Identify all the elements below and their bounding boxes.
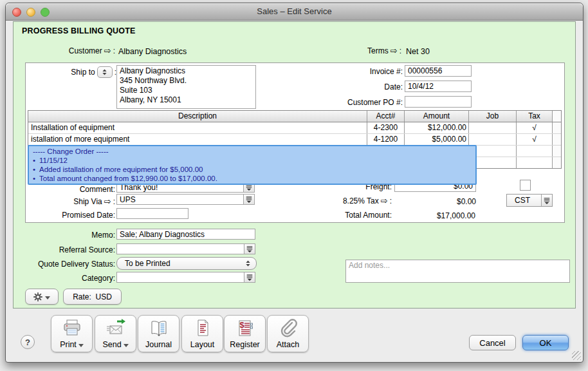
cell-amount[interactable]: $5,000.00 [404,134,468,145]
referral-source-dropdown-button[interactable] [244,244,255,254]
attach-button[interactable]: Attach [267,315,309,352]
up-down-arrows-icon [245,260,251,267]
customer-label: Customer ⇨: [19,46,115,56]
gear-icon [33,292,42,301]
quote-delivery-status-label: Quote Delivery Status: [19,259,115,269]
window-resize-grip[interactable] [572,351,581,360]
register-button[interactable]: $ Register [224,315,266,352]
tax-inclusive-checkbox[interactable] [520,180,531,191]
combo-list-icon [246,273,253,281]
title-bar: Sales – Edit Service [6,3,583,21]
column-header-description: Description [28,111,367,122]
change-order-item: • Total amount changed from $12,990.00 t… [33,174,472,183]
menu-arrow-icon [124,344,129,347]
comment-label: Comment: [19,184,115,195]
table-header-row: Description Acct# Amount Job Tax [28,111,561,122]
ship-to-label: Ship to : [19,67,116,77]
tax-value: $0.00 [394,197,476,206]
category-field[interactable] [116,272,255,283]
terms-value[interactable]: Net 30 [406,47,430,56]
bullet: • [33,165,35,174]
up-down-arrows-icon [102,68,107,76]
cell-description[interactable]: istallation of more equipment [28,134,367,145]
customer-po-field[interactable] [405,96,472,108]
memo-field[interactable]: Sale; Albany Diagnostics [116,229,255,240]
date-field[interactable]: 10/4/12 [405,81,472,92]
total-amount-label: Total Amount: [302,210,392,220]
paperclip-icon [278,318,299,339]
customer-po-label: Customer PO #: [326,97,403,108]
referral-source-field[interactable] [116,243,255,254]
table-row: Installation of equipment 4-2300 $12,000… [28,122,561,134]
customer-value[interactable]: Albany Diagnostics [118,47,187,56]
send-email-icon [106,318,126,339]
ship-via-label: Ship Via ⇨: [19,196,115,207]
combo-list-icon [246,245,253,253]
change-order-item: • Added istallation of more equipment fo… [33,165,472,174]
table-scrollbar-track[interactable] [552,122,561,133]
printer-icon [62,318,82,339]
column-header-tax: Tax [516,111,552,122]
cell-tax-check[interactable]: √ [516,122,552,133]
change-order-title: ----- Change Order ----- [33,147,472,156]
cancel-button[interactable]: Cancel [469,335,516,350]
promised-date-label: Promised Date: [19,210,115,220]
cell-amount[interactable]: $12,000.00 [404,122,468,133]
table-scrollbar-track[interactable] [552,134,561,145]
cell-job[interactable] [468,134,516,145]
date-label: Date: [326,82,403,92]
combo-list-icon [245,195,253,204]
ship-to-address-field[interactable]: Albany Diagnostics 345 Northway Blvd. Su… [116,65,256,109]
terms-label: Terms ⇨: [340,46,401,56]
column-header-acct: Acct# [367,111,404,122]
terms-drilldown-arrow-icon[interactable]: ⇨ [390,47,398,55]
ship-via-drilldown-arrow-icon[interactable]: ⇨ [104,198,111,205]
cell-acct[interactable]: 4-2300 [367,122,404,133]
journal-button[interactable]: Journal [138,315,179,352]
total-amount-value: $17,000.00 [385,211,475,220]
ok-button[interactable]: OK [522,335,569,350]
tax-code-popup[interactable]: CST [506,194,553,207]
gear-menu-button[interactable] [25,289,59,305]
tax-code-dropdown-button[interactable] [541,195,552,206]
ship-to-address-stepper[interactable] [97,66,113,78]
send-button[interactable]: Send [95,315,136,352]
category-label: Category: [19,273,115,283]
sales-edit-service-window: Sales – Edit Service PROGRESS BILLING QU… [5,3,583,363]
form-type-title: PROGRESS BILLING QUOTE [22,26,136,35]
change-order-note-overlay: ----- Change Order ----- • 11/15/12 • Ad… [28,145,477,185]
tax-label: 8.25% Tax ⇨: [302,196,392,206]
cell-description[interactable]: Installation of equipment [28,122,367,133]
tax-drilldown-arrow-icon[interactable]: ⇨ [381,197,388,205]
journal-book-icon [149,318,169,339]
combo-list-icon [543,196,551,205]
promised-date-field[interactable] [116,208,188,219]
register-icon: $ [235,318,255,339]
category-dropdown-button[interactable] [244,272,255,282]
cell-job[interactable] [468,122,516,133]
customer-drilldown-arrow-icon[interactable]: ⇨ [104,47,111,55]
help-button[interactable]: ? [21,335,35,349]
change-order-item: • 11/15/12 [33,156,472,165]
memo-label: Memo: [19,230,115,240]
window-title: Sales – Edit Service [6,6,583,16]
ship-via-field[interactable]: UPS [116,194,255,205]
notes-input[interactable]: Add notes... [345,260,570,283]
rate-button[interactable]: Rate: USD [63,289,122,305]
invoice-number-field[interactable]: 00000556 [405,65,472,77]
table-row: istallation of more equipment 4-1200 $5,… [28,134,561,146]
cell-tax-check[interactable]: √ [516,134,552,145]
column-header-job: Job [468,111,516,122]
cell-acct[interactable]: 4-1200 [367,134,404,145]
invoice-number-label: Invoice #: [326,66,403,77]
layout-document-icon [192,318,213,339]
quote-delivery-status-popup[interactable]: To be Printed [116,257,257,270]
layout-button[interactable]: Layout [181,315,223,352]
bullet: • [33,156,35,165]
menu-arrow-icon [45,296,50,300]
referral-source-label: Referral Source: [19,245,115,255]
print-button[interactable]: Print [51,315,93,352]
menu-arrow-icon [78,344,84,347]
column-header-amount: Amount [404,111,468,122]
ship-via-dropdown-button[interactable] [243,195,254,204]
